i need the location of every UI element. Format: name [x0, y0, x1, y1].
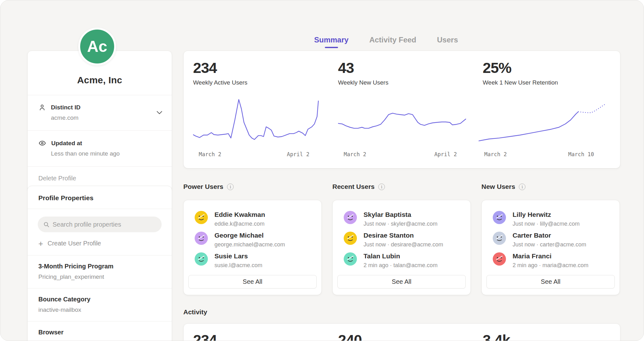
stat-value: 3.4k	[483, 331, 510, 341]
user-name: Skylar Baptista	[364, 211, 437, 218]
chart-weekly-new-users: March 2 April 2	[338, 98, 471, 157]
person-icon	[38, 104, 46, 111]
user-row[interactable]: Maria Franci2 min ago · maria@acme.com	[493, 252, 613, 269]
activity-stat: 234	[193, 331, 217, 341]
activity-title: Activity	[183, 308, 207, 316]
x-axis-label-start: March 2	[344, 151, 366, 157]
user-row[interactable]: Eddie Kwakmaneddie.k@acme.com	[195, 211, 315, 227]
user-name: Talan Lubin	[364, 252, 437, 260]
stat-weekly-active-users: 234 Weekly Active Users	[193, 59, 247, 86]
face-icon	[344, 252, 357, 266]
user-row[interactable]: Talan Lubin2 min ago · talan@acme.com	[344, 252, 464, 269]
info-icon[interactable]: i	[378, 184, 385, 190]
property-value: Pricing_plan_experiment	[38, 273, 161, 280]
eye-icon	[38, 139, 46, 147]
face-icon	[195, 232, 208, 245]
section-title: Power Users	[183, 183, 223, 190]
face-icon	[493, 211, 506, 224]
field-value: Less than one minute ago	[51, 150, 161, 157]
user-avatar	[493, 252, 506, 266]
chart-week1-retention: March 2 March 10	[479, 98, 608, 157]
property-value: inactive-mailbox	[38, 306, 161, 313]
tab-summary[interactable]: Summary	[314, 36, 348, 48]
stat-value: 234	[193, 59, 247, 76]
stat-value: 25%	[483, 59, 558, 76]
profile-properties-card: Profile Properties + Create User Profile…	[27, 186, 172, 341]
user-name: Eddie Kwakman	[214, 211, 265, 218]
face-icon	[493, 252, 506, 266]
distinct-id-row[interactable]: Distinct ID acme.com	[28, 95, 172, 130]
tab-activity-feed[interactable]: Activity Feed	[369, 36, 416, 48]
plus-icon: +	[38, 240, 43, 247]
activity-stat: 240	[338, 331, 362, 341]
updated-at-row: Updated at Less than one minute ago	[28, 130, 172, 166]
user-name: Desirae Stanton	[364, 232, 443, 239]
line-chart	[193, 98, 324, 147]
face-icon	[195, 211, 208, 224]
search-input[interactable]	[53, 221, 156, 228]
info-icon[interactable]: i	[519, 184, 525, 190]
recent-users-card: Skylar BaptistaJust now · skyler@acme.co…	[332, 200, 471, 295]
tab-users[interactable]: Users	[437, 36, 458, 48]
x-axis-label-start: March 2	[199, 151, 221, 157]
face-icon	[195, 252, 208, 266]
see-all-button[interactable]: See All	[337, 275, 466, 289]
user-subtitle: eddie.k@acme.com	[214, 221, 265, 227]
recent-users-header: Recent Users i	[332, 183, 385, 190]
profile-properties-search[interactable]	[38, 217, 162, 232]
property-value: Chrome	[38, 339, 161, 341]
stat-weekly-new-users: 43 Weekly New Users	[338, 59, 388, 86]
chart-weekly-active-users: March 2 April 2	[193, 98, 324, 157]
section-title: New Users	[481, 183, 515, 190]
user-row[interactable]: Desirae StantonJust now · desirare@acme.…	[344, 232, 464, 248]
info-icon[interactable]: i	[227, 184, 234, 190]
see-all-button[interactable]: See All	[486, 275, 615, 289]
field-label: Updated at	[51, 140, 82, 147]
x-axis-label-start: March 2	[484, 151, 507, 157]
user-avatar	[344, 252, 357, 266]
app-window: Ac Acme, Inc Distinct ID acme.com Update…	[0, 0, 644, 341]
user-row[interactable]: George Michaelgeorge.michael@acme.com	[195, 232, 315, 248]
user-name: Susie Lars	[214, 252, 262, 260]
new-users-header: New Users i	[481, 183, 525, 190]
profile-properties-title: Profile Properties	[28, 186, 172, 209]
summary-card: 234 Weekly Active Users 43 Weekly New Us…	[183, 51, 620, 168]
user-avatar	[344, 232, 357, 245]
new-users-card: Lilly HerwitzJust now · lilly@acme.comCa…	[481, 200, 620, 295]
activity-stat: 3.4k	[483, 331, 510, 341]
user-subtitle: Just now · lilly@acme.com	[513, 221, 580, 227]
power-users-header: Power Users i	[183, 183, 234, 190]
activity-card: 234 240 3.4k	[183, 323, 620, 341]
face-icon	[493, 232, 506, 245]
search-icon	[43, 221, 49, 228]
field-value: acme.com	[51, 114, 161, 121]
section-title: Recent Users	[332, 183, 375, 190]
user-subtitle: Just now · carter@acme.com	[513, 241, 586, 248]
user-subtitle: Just now · skyler@acme.com	[364, 221, 437, 227]
user-row[interactable]: Carter BatorJust now · carter@acme.com	[493, 232, 613, 248]
line-chart	[479, 98, 608, 147]
user-row[interactable]: Lilly HerwitzJust now · lilly@acme.com	[493, 211, 613, 227]
face-icon	[344, 232, 357, 245]
profile-card: Acme, Inc Distinct ID acme.com Updated a…	[27, 51, 172, 192]
user-row[interactable]: Susie Larssusie.l@acme.com	[195, 252, 315, 269]
x-axis-label-end: March 10	[568, 151, 594, 157]
property-label: Bounce Category	[38, 296, 161, 303]
user-name: Lilly Herwitz	[513, 211, 580, 218]
user-avatar	[493, 232, 506, 245]
property-label: Browser	[38, 329, 161, 336]
create-user-profile-button[interactable]: + Create User Profile	[38, 240, 161, 247]
power-users-card: Eddie Kwakmaneddie.k@acme.comGeorge Mich…	[183, 200, 322, 295]
company-avatar-initials: Ac	[87, 37, 107, 56]
chevron-down-icon[interactable]	[157, 111, 162, 114]
user-name: George Michael	[214, 232, 285, 239]
user-row[interactable]: Skylar BaptistaJust now · skyler@acme.co…	[344, 211, 464, 227]
property-item: 3-Month Pricing Program Pricing_plan_exp…	[28, 255, 172, 288]
user-avatar	[195, 252, 208, 266]
create-user-profile-label: Create User Profile	[47, 240, 101, 247]
stat-value: 234	[193, 331, 217, 341]
see-all-button[interactable]: See All	[188, 275, 317, 289]
user-avatar	[344, 211, 357, 224]
field-label: Distinct ID	[51, 104, 80, 111]
user-name: Maria Franci	[513, 252, 588, 260]
